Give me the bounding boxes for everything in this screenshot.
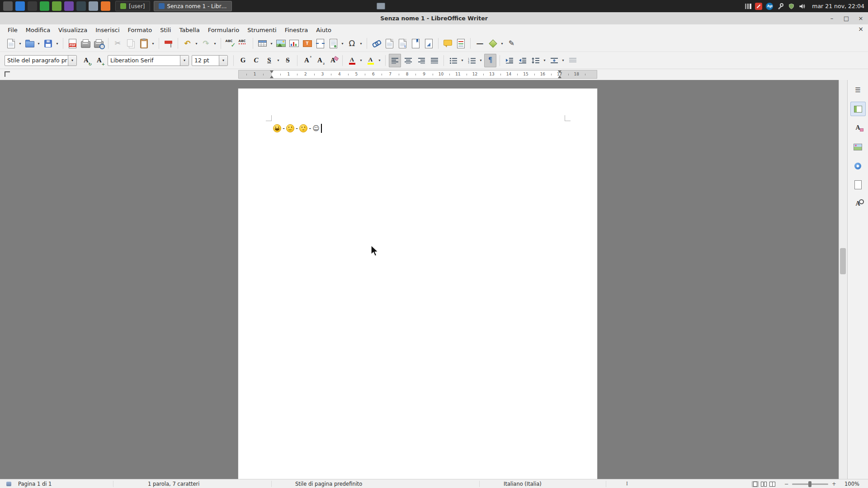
sidebar-style-inspector-button[interactable]: A: [850, 197, 866, 211]
paragraph-spacing-button[interactable]: [548, 54, 560, 67]
sidebar-gallery-button[interactable]: [850, 140, 866, 154]
justify-button[interactable]: [428, 54, 440, 67]
line-spacing-button[interactable]: [529, 54, 542, 67]
insert-comment-button[interactable]: [442, 37, 454, 50]
font-color-dropdown[interactable]: ▾: [359, 54, 363, 67]
highlight-color-dropdown[interactable]: ▾: [377, 54, 382, 67]
strikethrough-button[interactable]: S: [282, 54, 294, 67]
titlebar[interactable]: Senza nome 1 - LibreOffice Writer – □ ×: [0, 12, 868, 25]
right-indent-marker[interactable]: [558, 70, 561, 73]
paste-dropdown[interactable]: ▾: [151, 37, 156, 50]
align-right-button[interactable]: [415, 54, 427, 67]
subscript-button[interactable]: A ₂: [314, 54, 326, 67]
spacing-options-button[interactable]: [566, 54, 579, 67]
insert-chart-button[interactable]: [288, 37, 300, 50]
menu-modifica[interactable]: Modifica: [22, 26, 54, 34]
zoom-out-button[interactable]: −: [784, 481, 789, 487]
ordered-list-dropdown[interactable]: ▾: [478, 54, 483, 67]
sidebar-styles-button[interactable]: A: [850, 121, 866, 135]
copy-button[interactable]: [125, 37, 137, 50]
right-margin-marker[interactable]: [558, 75, 561, 78]
horizontal-line-button[interactable]: —: [474, 37, 486, 50]
special-character-dropdown[interactable]: ▾: [359, 37, 363, 50]
cross-reference-button[interactable]: [423, 37, 435, 50]
vertical-scrollbar-thumb[interactable]: [840, 248, 846, 274]
redo-dropdown[interactable]: ▾: [212, 37, 217, 50]
insert-field-button[interactable]: [327, 37, 340, 50]
insert-bookmark-button[interactable]: [410, 37, 422, 50]
paragraph-style-dropdown[interactable]: ▾: [68, 56, 76, 66]
multi-page-view-button[interactable]: [760, 481, 767, 487]
sidebar-navigator-button[interactable]: [850, 159, 866, 173]
menu-formulario[interactable]: Formulario: [204, 26, 243, 34]
hyperlink-button[interactable]: [370, 37, 382, 50]
menu-strumenti[interactable]: Strumenti: [243, 26, 281, 34]
sidebar-properties-button[interactable]: [850, 102, 866, 116]
taskbar-app-3[interactable]: [28, 1, 37, 11]
clone-formatting-button[interactable]: [162, 37, 175, 50]
superscript-button[interactable]: A ²: [301, 54, 313, 67]
volume-icon[interactable]: [798, 3, 806, 10]
undo-button[interactable]: ↶: [181, 37, 193, 50]
open-dropdown[interactable]: ▾: [36, 37, 41, 50]
taskbar-app-7[interactable]: [76, 1, 86, 11]
ordered-list-button[interactable]: 123: [466, 54, 478, 67]
clear-formatting-button[interactable]: A: [327, 54, 339, 67]
sidebar-settings-button[interactable]: ☰: [850, 83, 866, 97]
save-button[interactable]: [42, 37, 54, 50]
spelling-button[interactable]: ABC ✓: [224, 37, 236, 50]
taskbar-app-9[interactable]: [101, 1, 110, 11]
tab-stop-selector[interactable]: [5, 71, 10, 77]
print-preview-button[interactable]: [93, 37, 105, 50]
paragraph-style-combobox[interactable]: Stile del paragrafo pr ▾: [5, 55, 77, 66]
new-document-button[interactable]: [5, 37, 17, 50]
paragraph-spacing-dropdown[interactable]: ▾: [561, 54, 566, 67]
show-draw-functions-button[interactable]: ✎: [505, 37, 518, 50]
document-text-line[interactable]: ---☺: [273, 123, 322, 134]
special-character-button[interactable]: Ω: [346, 37, 358, 50]
clock[interactable]: mar 21 nov, 22:04: [812, 3, 864, 9]
insert-table-button[interactable]: [256, 37, 269, 50]
resource-monitor-icon[interactable]: [745, 4, 751, 9]
tools-icon[interactable]: [777, 3, 784, 10]
insert-field-dropdown[interactable]: ▾: [340, 37, 345, 50]
zoom-slider-thumb[interactable]: [808, 481, 811, 487]
align-left-button[interactable]: [389, 54, 401, 67]
menu-visualizza[interactable]: Visualizza: [54, 26, 91, 34]
display-tray-icon[interactable]: [377, 3, 385, 9]
horizontal-ruler[interactable]: 1123456789101112131415161718: [238, 70, 597, 79]
menu-finestra[interactable]: Finestra: [281, 26, 312, 34]
menu-file[interactable]: File: [4, 26, 22, 34]
menu-formato[interactable]: Formato: [124, 26, 156, 34]
taskbar-app-5[interactable]: [52, 1, 61, 11]
font-size-dropdown[interactable]: ▾: [219, 56, 227, 66]
font-size-combobox[interactable]: 12 pt ▾: [192, 55, 228, 66]
insert-page-break-button[interactable]: [314, 37, 326, 50]
taskbar-window-user[interactable]: [user]: [115, 1, 150, 11]
menu-tabella[interactable]: Tabella: [175, 26, 203, 34]
close-document-icon[interactable]: ×: [858, 25, 863, 33]
open-button[interactable]: [24, 37, 36, 50]
document-page[interactable]: ---☺: [238, 89, 597, 479]
menu-stili[interactable]: Stili: [156, 26, 175, 34]
underline-button[interactable]: S: [263, 54, 275, 67]
selection-mode-icon[interactable]: I: [626, 481, 628, 486]
basic-shapes-button[interactable]: [487, 37, 499, 50]
insert-table-dropdown[interactable]: ▾: [269, 37, 274, 50]
zoom-level[interactable]: 100%: [844, 481, 859, 487]
minimize-button[interactable]: –: [828, 15, 835, 22]
page-count-status[interactable]: Pagina 1 di 1: [18, 481, 52, 487]
shield-icon[interactable]: [788, 3, 795, 10]
insert-footnote-button[interactable]: 1: [383, 37, 396, 50]
export-pdf-button[interactable]: [66, 37, 79, 50]
taskbar-app-1[interactable]: [3, 1, 13, 11]
formatting-marks-button[interactable]: ¶: [484, 54, 496, 67]
track-changes-button[interactable]: [455, 37, 467, 50]
hp-printer-icon[interactable]: hp: [766, 3, 773, 10]
font-name-combobox[interactable]: Liberation Serif ▾: [108, 55, 189, 66]
book-view-button[interactable]: [769, 481, 776, 487]
save-dropdown[interactable]: ▾: [55, 37, 60, 50]
taskbar-app-6[interactable]: [64, 1, 74, 11]
new-style-button[interactable]: A +: [93, 54, 105, 67]
taskbar-app-8[interactable]: [89, 1, 98, 11]
